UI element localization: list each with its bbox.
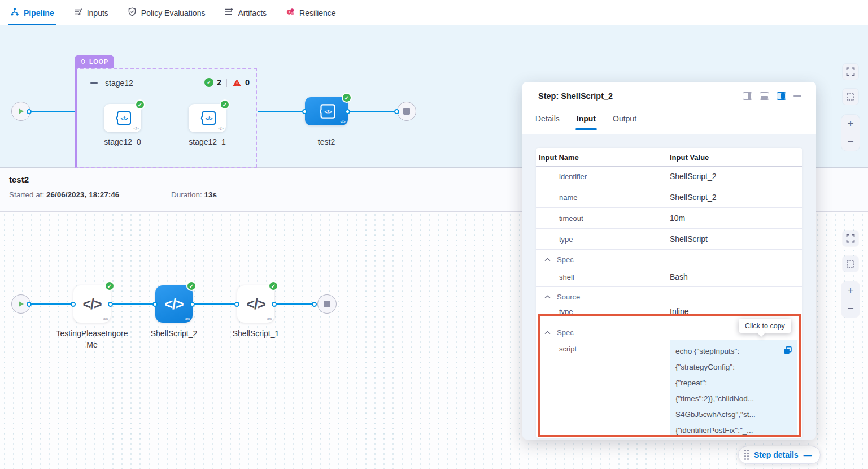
layout-right-drawer-active-icon[interactable] — [777, 92, 786, 100]
play-icon — [17, 300, 25, 308]
step-details-button[interactable]: Step details — — [738, 446, 821, 464]
layout-split-right-icon[interactable] — [743, 92, 752, 100]
row-name: type — [559, 307, 573, 316]
tab-artifacts[interactable]: Artifacts — [224, 1, 267, 25]
section-spec[interactable]: Spec — [536, 252, 802, 267]
tab-policy-evaluations[interactable]: Policy Evaluations — [128, 1, 206, 25]
edge — [276, 303, 315, 305]
tab-pipeline[interactable]: Pipeline — [10, 1, 54, 25]
minimize-panel-icon[interactable] — [793, 95, 801, 97]
edge — [112, 303, 155, 305]
code-type-icon: </> — [267, 317, 272, 321]
connector-dot — [345, 109, 350, 114]
script-row-name: script — [559, 345, 577, 353]
chevron-up-icon — [544, 295, 551, 299]
step-node-stage12-0[interactable]: </> ✓ </> — [104, 104, 141, 132]
connector-dot — [302, 109, 307, 114]
step-label: stage12_1 — [171, 136, 244, 147]
table-row: shell Bash — [536, 267, 802, 287]
table-row: timeout 10m — [536, 208, 802, 229]
template-step-icon: </> — [112, 110, 133, 126]
started-at-label: Started at: — [9, 190, 44, 199]
collapse-stage-icon[interactable] — [90, 80, 98, 87]
script-value-copy-area[interactable]: echo {"stepInputs": {"strategyConfig": {… — [670, 340, 797, 436]
marquee-select-button[interactable] — [843, 256, 858, 272]
status-success-badge: ✓ — [220, 99, 230, 110]
section-source[interactable]: Source — [536, 289, 802, 304]
panel-header: Step: ShellScript_2 Details Input Output — [522, 82, 816, 134]
status-success-badge: ✓ — [104, 281, 115, 291]
code-type-icon: </> — [133, 127, 138, 131]
step-node-stage12-1[interactable]: </> ✓ </> — [189, 104, 226, 132]
zoom-in-button[interactable]: + — [841, 115, 860, 133]
loop-badge: LOOP — [75, 55, 114, 68]
shellscript-step-icon: </> — [82, 296, 101, 312]
marquee-select-icon — [846, 92, 855, 101]
step-label: ShellScript_1 — [219, 328, 293, 339]
connector-dot — [394, 109, 399, 114]
table-header-row: Input Name Input Value — [536, 148, 802, 167]
fullscreen-button[interactable] — [843, 64, 858, 80]
tab-inputs-label: Inputs — [87, 8, 108, 18]
loop-icon — [79, 58, 86, 65]
tab-details[interactable]: Details — [535, 114, 560, 130]
chevron-up-icon — [544, 258, 551, 262]
tab-policy-evaluations-label: Policy Evaluations — [141, 8, 206, 18]
row-value: Bash — [670, 272, 688, 281]
connector-dot — [272, 302, 277, 307]
stop-icon — [324, 301, 330, 307]
zoom-out-button[interactable]: − — [841, 133, 860, 151]
marquee-select-icon — [846, 259, 855, 268]
template-step-icon: </> — [316, 103, 337, 120]
drag-handle-icon — [744, 450, 749, 460]
row-value: Inline — [670, 307, 688, 316]
step-label: TestingPleaseIngoreMe — [55, 328, 129, 350]
row-name: identifier — [559, 172, 587, 181]
inputs-icon — [73, 7, 82, 18]
stage-header: stage12 — [90, 79, 133, 88]
success-check-icon: ✓ — [204, 78, 213, 87]
step-node-shellscript-1[interactable]: </> ✓ </> — [237, 285, 274, 323]
tab-resilience-label: Resilience — [299, 8, 336, 18]
edge — [194, 303, 237, 305]
status-success-badge: ✓ — [186, 281, 197, 291]
step-node-test2-selected[interactable]: </> ✓ </> — [305, 97, 348, 125]
input-table: Input Name Input Value identifier ShellS… — [536, 148, 802, 438]
zoom-in-button[interactable]: + — [841, 281, 860, 299]
code-type-icon: </> — [340, 120, 345, 124]
layout-split-bottom-icon[interactable] — [760, 92, 769, 100]
tab-input[interactable]: Input — [577, 114, 596, 130]
marquee-select-button[interactable] — [843, 89, 858, 105]
step-label: stage12_0 — [86, 136, 159, 147]
started-at-value: 26/06/2023, 18:27:46 — [46, 190, 119, 199]
section-title: Source — [557, 293, 580, 301]
tab-output[interactable]: Output — [613, 114, 636, 130]
resilience-icon — [286, 7, 295, 18]
pipeline-icon — [10, 7, 19, 18]
step-label: ShellScript_2 — [137, 328, 211, 339]
run-title: test2 — [9, 175, 29, 184]
duration-label: Duration: — [171, 190, 202, 199]
connector-dot — [190, 302, 195, 307]
script-line: {"times":2}},"childNod... — [675, 391, 792, 407]
run-started-at: Started at: 26/06/2023, 18:27:46 — [9, 190, 119, 199]
step-node-shellscript-2-selected[interactable]: </> ✓ </> — [155, 285, 193, 323]
tab-resilience[interactable]: Resilience — [286, 1, 336, 25]
step-node-testingpleaseingoreme[interactable]: </> ✓ </> — [73, 285, 111, 323]
stop-icon — [403, 108, 410, 115]
step-details-panel: Step: ShellScript_2 Details Input Output… — [522, 82, 816, 440]
app-root: Pipeline Inputs Policy Evaluations Artif… — [0, 0, 868, 469]
fullscreen-button[interactable] — [843, 231, 858, 246]
copy-icon[interactable] — [783, 345, 792, 361]
script-line: {"identifierPostFix":"_... — [675, 423, 792, 438]
zoom-out-button[interactable]: − — [841, 299, 860, 318]
section-title: Spec — [557, 255, 574, 264]
tab-pipeline-label: Pipeline — [24, 8, 54, 18]
tab-inputs[interactable]: Inputs — [73, 1, 108, 25]
shellscript-step-icon: </> — [246, 296, 265, 312]
connector-dot — [27, 109, 32, 114]
success-count: 2 — [217, 78, 221, 87]
status-success-badge: ✓ — [342, 93, 352, 103]
pipeline-end-node — [397, 102, 416, 121]
stage-name[interactable]: stage12 — [105, 79, 133, 88]
